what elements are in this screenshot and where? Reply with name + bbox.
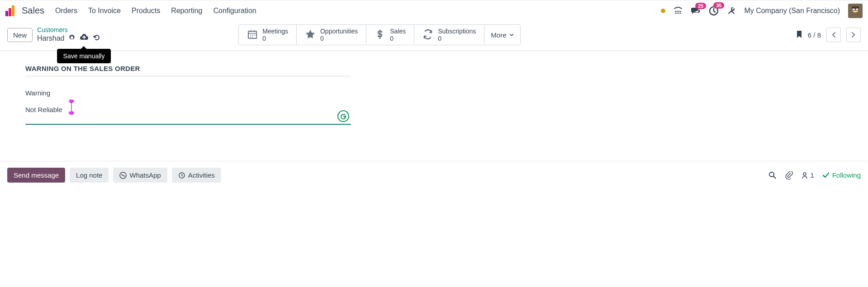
form-content: WARNING ON THE SALES ORDER Warning [7,51,861,134]
stat-opportunities[interactable]: Opportunities 0 [297,25,366,45]
svg-rect-6 [852,6,859,8]
warning-label: Warning [25,89,351,97]
save-tooltip: Save manually [57,49,111,63]
activities-badge: 35 [713,2,724,9]
status-indicator-icon [661,9,665,13]
stat-buttons: Meetings 0 Opportunities 0 Sales 0 [238,24,520,45]
gear-icon[interactable] [68,34,76,43]
breadcrumb-parent[interactable]: Customers [37,26,100,33]
stat-value: 0 [262,35,288,42]
more-label: More [491,31,506,39]
stat-value: 0 [438,35,476,42]
menu-to-invoice[interactable]: To Invoice [88,7,121,15]
grammarly-icon[interactable] [337,110,349,122]
messages-badge: 25 [695,3,706,9]
bookmark-icon[interactable] [796,30,802,40]
svg-point-13 [769,172,774,177]
menu-configuration[interactable]: Configuration [213,7,256,15]
app-name[interactable]: Sales [22,5,44,16]
dollar-icon [375,29,385,41]
attachment-icon[interactable] [785,171,793,179]
stat-meetings[interactable]: Meetings 0 [239,25,297,45]
calendar-icon [247,29,258,41]
clock-icon [178,172,185,179]
whatsapp-button[interactable]: WhatsApp [113,168,167,183]
stat-value: 0 [390,35,406,42]
user-avatar[interactable] [848,4,863,18]
following-button[interactable]: Following [822,171,861,179]
pager: 6 / 8 [796,28,861,42]
discard-icon[interactable] [93,33,101,43]
refresh-icon [422,29,433,41]
control-panel: New Customers Harshad Save manually Meet… [0,21,868,51]
menu-orders[interactable]: Orders [55,7,77,15]
pager-next-button[interactable] [846,28,861,42]
tray-icon[interactable] [674,7,683,15]
section-title: WARNING ON THE SALES ORDER [25,65,351,76]
menu-products[interactable]: Products [132,7,160,15]
breadcrumb: Customers Harshad Save manually [37,26,100,43]
activities-icon[interactable]: 35 [709,6,719,16]
activities-button[interactable]: Activities [172,168,221,183]
new-button[interactable]: New [7,28,33,42]
caret-down-icon [509,33,514,36]
breadcrumb-current: Harshad [37,34,64,42]
stat-label: Meetings [262,28,288,35]
svg-rect-5 [856,9,858,10]
person-icon [801,172,808,179]
app-logo[interactable] [5,5,14,16]
messages-icon[interactable]: 25 [691,6,701,15]
svg-point-8 [69,99,74,103]
stat-more[interactable]: More [484,25,520,45]
stat-value: 0 [320,35,358,42]
stat-sales[interactable]: Sales 0 [366,25,414,45]
send-message-button[interactable]: Send message [7,168,65,183]
main-menu: Orders To Invoice Products Reporting Con… [55,7,256,15]
save-icon[interactable]: Save manually [79,33,89,43]
log-note-button[interactable]: Log note [70,168,109,183]
stat-label: Opportunities [320,28,358,35]
check-icon [822,172,830,179]
warning-input[interactable] [25,106,351,113]
svg-point-14 [803,173,806,175]
svg-rect-4 [853,9,855,10]
pager-prev-button[interactable] [826,28,841,42]
company-selector[interactable]: My Company (San Francisco) [744,7,840,15]
stat-subscriptions[interactable]: Subscriptions 0 [414,25,484,45]
whatsapp-icon [119,172,127,179]
stat-label: Sales [390,28,406,35]
star-icon [305,29,316,41]
tools-icon[interactable] [727,6,736,15]
chatter-toolbar: Send message Log note WhatsApp Activitie… [0,161,868,189]
stat-label: Subscriptions [438,28,476,35]
top-navbar: Sales Orders To Invoice Products Reporti… [0,0,868,21]
menu-reporting[interactable]: Reporting [171,7,202,15]
search-icon[interactable] [768,171,777,179]
pager-text[interactable]: 6 / 8 [808,31,821,39]
followers-button[interactable]: 1 [801,171,814,179]
